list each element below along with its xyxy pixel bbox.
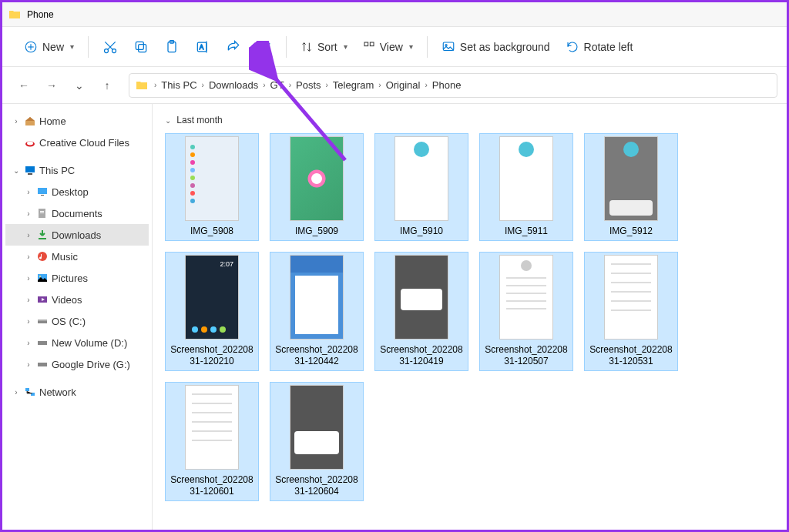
sidebar-item-documents[interactable]: › Documents (5, 202, 149, 224)
cut-button[interactable] (95, 32, 126, 62)
svg-rect-14 (364, 42, 368, 46)
breadcrumb-item[interactable]: Original (383, 78, 424, 92)
file-item[interactable]: Screenshot_20220831-120419 (374, 252, 468, 371)
forward-button[interactable]: → (39, 73, 64, 98)
file-item[interactable]: Screenshot_20220831-120442 (270, 252, 364, 371)
chevron-right-icon: › (12, 117, 21, 125)
sidebar-item-new-volume[interactable]: › New Volume (D:) (5, 332, 149, 353)
view-label: View (380, 41, 403, 53)
sidebar-item-music[interactable]: › Music (5, 246, 149, 267)
sidebar-item-google-drive[interactable]: › Google Drive (G:) (5, 353, 149, 375)
thumbnail (394, 255, 448, 340)
view-button[interactable]: View ▾ (355, 36, 421, 58)
up-button[interactable]: ↑ (95, 73, 119, 98)
file-label: Screenshot_20220831-120507 (482, 344, 570, 368)
thumbnail (290, 385, 344, 470)
separator (88, 36, 89, 58)
tree-label: Creative Cloud Files (39, 137, 129, 149)
thumbnail (185, 385, 239, 470)
set-background-button[interactable]: Set as background (434, 35, 558, 59)
file-label: Screenshot_20220831-120531 (587, 344, 675, 368)
sidebar-item-creative-cloud[interactable]: Creative Cloud Files (5, 132, 149, 153)
sidebar: › Home Creative Cloud Files ⌄ This PC › … (2, 104, 153, 530)
svg-point-30 (39, 276, 41, 277)
clock-time: 2:07 (220, 260, 233, 268)
sidebar-item-this-pc[interactable]: ⌄ This PC (5, 159, 149, 181)
tree-label: This PC (39, 165, 75, 176)
sort-button[interactable]: Sort ▾ (293, 36, 355, 58)
chevron-right-icon: › (24, 317, 33, 326)
breadcrumb-item[interactable]: Phone (429, 78, 465, 92)
delete-button[interactable] (249, 32, 280, 62)
creative-cloud-icon (24, 136, 36, 149)
file-item[interactable]: IMG_5912 (584, 133, 678, 241)
documents-icon (36, 207, 49, 219)
file-label: Screenshot_20220831-120442 (273, 344, 361, 368)
file-item[interactable]: Screenshot_20220831-120601 (165, 382, 259, 501)
sort-label: Sort (317, 41, 337, 53)
drive-icon (36, 358, 49, 370)
copy-button[interactable] (126, 32, 156, 62)
svg-rect-21 (28, 173, 32, 175)
file-item[interactable]: IMG_5909 (270, 133, 364, 241)
paste-button[interactable] (156, 32, 187, 62)
breadcrumb-item[interactable]: This PC (158, 78, 200, 92)
recent-dropdown[interactable]: ⌄ (67, 73, 92, 98)
separator (427, 36, 428, 58)
sidebar-item-pictures[interactable]: › Pictures (5, 267, 149, 289)
chevron-right-icon: › (12, 388, 21, 396)
sidebar-item-downloads[interactable]: › Downloads (5, 224, 149, 246)
tree-label: Network (39, 386, 76, 398)
chevron-right-icon: › (24, 188, 33, 196)
svg-rect-20 (25, 166, 35, 172)
file-label: Screenshot_20220831-120604 (273, 474, 361, 498)
chevron-right-icon: › (324, 81, 330, 89)
tree-label: OS (C:) (52, 316, 86, 327)
rotate-left-button[interactable]: Rotate left (558, 35, 641, 59)
svg-rect-22 (38, 188, 47, 194)
sidebar-item-os-c[interactable]: › OS (C:) (5, 310, 149, 332)
thumbnail (290, 255, 344, 340)
sidebar-item-home[interactable]: › Home (5, 110, 149, 132)
chevron-right-icon: › (24, 339, 33, 347)
chevron-down-icon: ▾ (344, 42, 347, 51)
breadcrumb-item[interactable]: Downloads (206, 78, 261, 92)
breadcrumb-item[interactable]: GT (267, 78, 287, 92)
svg-rect-34 (38, 341, 47, 345)
share-button[interactable] (218, 32, 249, 62)
tree-label: Videos (52, 294, 82, 306)
home-icon (24, 115, 36, 127)
svg-rect-27 (39, 238, 46, 239)
group-label: Last month (176, 115, 222, 125)
group-header[interactable]: ⌄ Last month (165, 115, 774, 125)
navbar: ← → ⌄ ↑ › This PC › Downloads › GT › Pos… (2, 67, 787, 104)
file-item[interactable]: Screenshot_20220831-120531 (584, 252, 678, 371)
breadcrumb[interactable]: › This PC › Downloads › GT › Posts › Tel… (129, 73, 777, 98)
chevron-right-icon: › (153, 81, 158, 89)
file-label: IMG_5912 (609, 226, 653, 238)
svg-rect-36 (25, 388, 29, 391)
file-item[interactable]: IMG_5911 (479, 133, 573, 241)
new-button[interactable]: New ▾ (16, 35, 82, 59)
breadcrumb-item[interactable]: Posts (293, 78, 324, 92)
file-item[interactable]: IMG_5908 (165, 133, 259, 241)
sidebar-item-network[interactable]: › Network (5, 381, 149, 403)
file-label: IMG_5909 (295, 226, 338, 238)
thumbnail (499, 136, 553, 221)
drive-icon (36, 336, 49, 349)
file-item[interactable]: IMG_5910 (374, 133, 468, 241)
thumbnail (604, 255, 658, 340)
file-label: Screenshot_20220831-120601 (168, 474, 256, 498)
breadcrumb-item[interactable]: Telegram (330, 78, 377, 92)
sidebar-item-videos[interactable]: › Videos (5, 289, 149, 310)
file-item[interactable]: Screenshot_20220831-120604 (270, 382, 364, 501)
file-item[interactable]: 2:07Screenshot_20220831-120210 (165, 252, 259, 371)
back-button[interactable]: ← (12, 73, 36, 98)
tree-label: Documents (52, 208, 102, 219)
thumbnail (185, 136, 239, 221)
svg-point-19 (27, 142, 33, 146)
file-label: Screenshot_20220831-120419 (378, 344, 465, 368)
sidebar-item-desktop[interactable]: › Desktop (5, 181, 149, 202)
file-item[interactable]: Screenshot_20220831-120507 (479, 252, 573, 371)
rename-button[interactable]: A (187, 32, 218, 62)
